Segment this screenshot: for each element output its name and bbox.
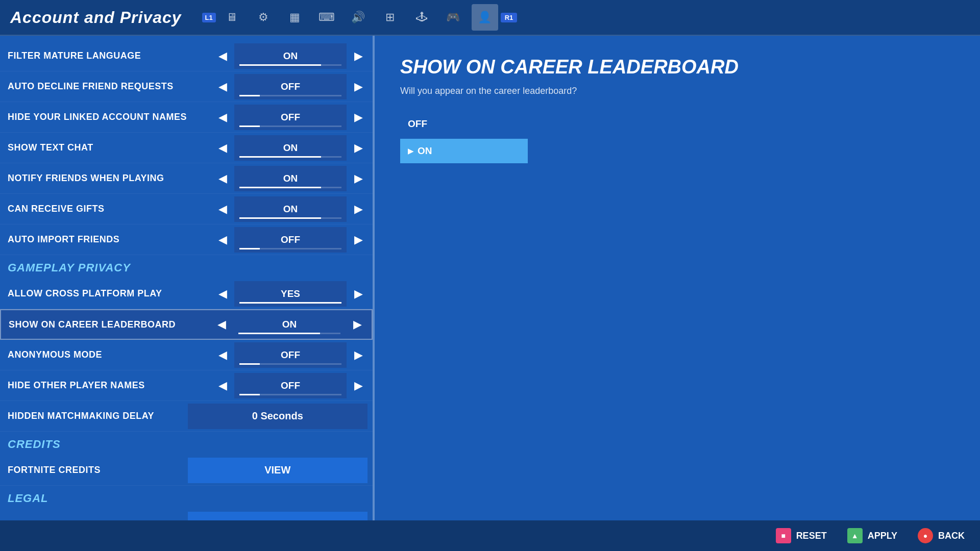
cross-platform-right[interactable]: ▶ (349, 281, 368, 307)
hide-linked-value-box: OFF (234, 105, 347, 130)
auto-import-label: AUTO IMPORT FRIENDS (8, 234, 213, 245)
monitor-icon[interactable]: 🖥 (218, 4, 245, 31)
apply-action[interactable]: ▲ APPLY (847, 528, 897, 543)
notify-friends-left[interactable]: ◀ (213, 166, 232, 191)
legal-section-header: LEGAL (0, 486, 373, 509)
credits-row: FORTNITE CREDITS VIEW (0, 455, 373, 486)
auto-decline-left[interactable]: ◀ (213, 74, 232, 99)
career-leaderboard-right[interactable]: ▶ (348, 312, 366, 337)
hide-linked-control: ◀ OFF ▶ (213, 105, 368, 130)
cross-platform-left[interactable]: ◀ (213, 281, 232, 307)
hide-player-names-label: HIDE OTHER PLAYER NAMES (8, 380, 213, 391)
anonymous-mode-right[interactable]: ▶ (349, 342, 368, 368)
legal-row: LEGAL INFORMATION VIEW (0, 509, 373, 520)
apply-label: APPLY (868, 531, 897, 541)
header: Account and Privacy L1 🖥 ⚙ ▦ ⌨ 🔊 ⊞ 🕹 🎮 👤… (0, 0, 980, 36)
receive-gifts-row: CAN RECEIVE GIFTS ◀ ON ▶ (0, 194, 373, 224)
hide-linked-left[interactable]: ◀ (213, 105, 232, 130)
show-text-chat-value: ON (283, 142, 298, 154)
show-text-chat-row: SHOW TEXT CHAT ◀ ON ▶ (0, 133, 373, 163)
auto-decline-right[interactable]: ▶ (349, 74, 368, 99)
back-action[interactable]: ● BACK (918, 528, 965, 543)
receive-gifts-left[interactable]: ◀ (213, 196, 232, 222)
cross-platform-control: ◀ YES ▶ (213, 281, 368, 307)
option-off[interactable]: OFF (400, 112, 528, 136)
receive-gifts-control: ◀ ON ▶ (213, 196, 368, 222)
cross-platform-row: ALLOW CROSS PLATFORM PLAY ◀ YES ▶ (0, 279, 373, 309)
credits-view-button[interactable]: VIEW (188, 458, 368, 483)
credits-section-header: CREDITS (0, 432, 373, 455)
apply-icon: ▲ (847, 528, 863, 543)
auto-decline-label: AUTO DECLINE FRIEND REQUESTS (8, 81, 213, 92)
reset-action[interactable]: ■ RESET (776, 528, 827, 543)
r1-badge: R1 (501, 13, 518, 22)
filter-mature-right[interactable]: ▶ (349, 43, 368, 69)
reset-icon: ■ (776, 528, 791, 543)
hide-player-names-row: HIDE OTHER PLAYER NAMES ◀ OFF ▶ (0, 370, 373, 401)
main-content: FILTER MATURE LANGUAGE ◀ ON ▶ AUTO DECLI… (0, 36, 980, 520)
career-leaderboard-label: SHOW ON CAREER LEADERBOARD (9, 319, 212, 330)
hide-linked-right[interactable]: ▶ (349, 105, 368, 130)
auto-decline-row: AUTO DECLINE FRIEND REQUESTS ◀ OFF ▶ (0, 71, 373, 102)
layout-icon[interactable]: ▦ (282, 4, 308, 31)
auto-import-row: AUTO IMPORT FRIENDS ◀ OFF ▶ (0, 224, 373, 255)
auto-import-right[interactable]: ▶ (349, 227, 368, 253)
receive-gifts-right[interactable]: ▶ (349, 196, 368, 222)
legal-view-button[interactable]: VIEW (188, 512, 368, 521)
matchmaking-delay-value: 0 Seconds (252, 410, 303, 422)
profile-icon[interactable]: 👤 (472, 4, 498, 31)
network-icon[interactable]: ⊞ (377, 4, 403, 31)
controller-icon[interactable]: 🎮 (440, 4, 467, 31)
credits-label: FORTNITE CREDITS (8, 465, 188, 475)
audio-icon[interactable]: 🔊 (345, 4, 372, 31)
hide-linked-value: OFF (281, 112, 300, 123)
anonymous-mode-label: ANONYMOUS MODE (8, 349, 213, 360)
show-text-chat-control: ◀ ON ▶ (213, 135, 368, 161)
option-on[interactable]: ▶ ON (400, 139, 528, 163)
credits-view-label: VIEW (264, 464, 290, 476)
hide-player-names-left[interactable]: ◀ (213, 373, 232, 398)
filter-mature-value-box: ON (234, 43, 347, 69)
auto-import-value-box: OFF (234, 227, 347, 253)
detail-panel: SHOW ON CAREER LEADERBOARD Will you appe… (375, 36, 980, 520)
hide-linked-label: HIDE YOUR LINKED ACCOUNT NAMES (8, 112, 213, 122)
show-text-chat-left[interactable]: ◀ (213, 135, 232, 161)
matchmaking-delay-value-box: 0 Seconds (188, 404, 368, 429)
anonymous-mode-left[interactable]: ◀ (213, 342, 232, 368)
keyboard-icon[interactable]: ⌨ (313, 4, 340, 31)
filter-mature-label: FILTER MATURE LANGUAGE (8, 51, 213, 61)
auto-import-value: OFF (281, 234, 300, 245)
auto-decline-value-box: OFF (234, 74, 347, 99)
footer: ■ RESET ▲ APPLY ● BACK (0, 520, 980, 551)
filter-mature-value: ON (283, 51, 298, 62)
cross-platform-value: YES (281, 288, 300, 299)
notify-friends-value-box: ON (234, 166, 347, 191)
career-leaderboard-value-box: ON (233, 312, 346, 337)
back-icon: ● (918, 528, 933, 543)
hide-player-names-value: OFF (281, 380, 300, 391)
auto-decline-control: ◀ OFF ▶ (213, 74, 368, 99)
option-off-label: OFF (408, 118, 427, 130)
matchmaking-delay-row: HIDDEN MATCHMAKING DELAY 0 Seconds (0, 401, 373, 432)
detail-description: Will you appear on the career leaderboar… (400, 86, 954, 96)
legal-view-label: VIEW (264, 518, 290, 520)
career-leaderboard-row[interactable]: SHOW ON CAREER LEADERBOARD ◀ ON ▶ (0, 309, 373, 340)
notify-friends-value: ON (283, 173, 298, 184)
anonymous-mode-value-box: OFF (234, 342, 347, 368)
filter-mature-row: FILTER MATURE LANGUAGE ◀ ON ▶ (0, 41, 373, 71)
nav-icons: 🖥 ⚙ ▦ ⌨ 🔊 ⊞ 🕹 🎮 👤 (218, 4, 498, 31)
notify-friends-right[interactable]: ▶ (349, 166, 368, 191)
hide-player-names-right[interactable]: ▶ (349, 373, 368, 398)
show-text-chat-right[interactable]: ▶ (349, 135, 368, 161)
gamepad2-icon[interactable]: 🕹 (408, 4, 435, 31)
detail-title: SHOW ON CAREER LEADERBOARD (400, 56, 954, 78)
gear-icon[interactable]: ⚙ (250, 4, 277, 31)
show-text-chat-value-box: ON (234, 135, 347, 161)
filter-mature-left[interactable]: ◀ (213, 43, 232, 69)
career-leaderboard-left[interactable]: ◀ (212, 312, 231, 337)
auto-import-left[interactable]: ◀ (213, 227, 232, 253)
auto-import-control: ◀ OFF ▶ (213, 227, 368, 253)
auto-decline-value: OFF (281, 81, 300, 92)
option-list: OFF ▶ ON (400, 112, 528, 163)
option-arrow-icon: ▶ (408, 147, 413, 155)
